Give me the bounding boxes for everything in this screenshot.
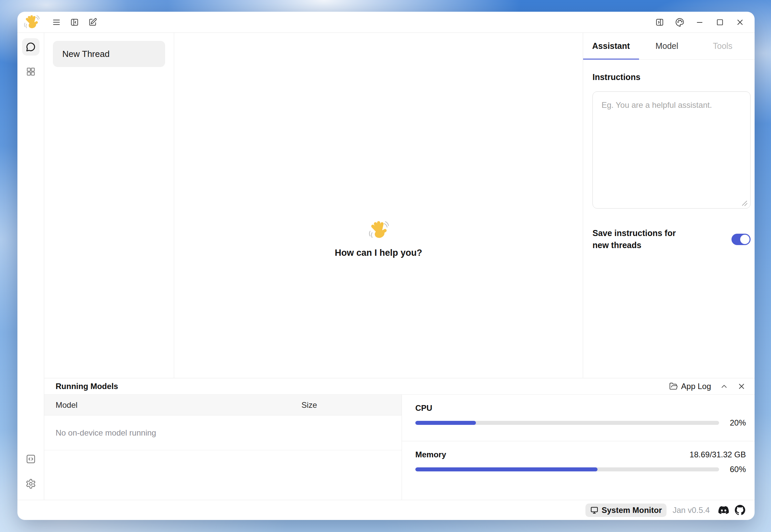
settings-tabs: Assistant Model Tools [583, 33, 755, 60]
greeting-text: How can I help you? [335, 248, 422, 258]
memory-label: Memory [415, 450, 446, 459]
app-window: New Thread How can I help you? Assistant… [17, 12, 755, 520]
monitor-icon [590, 506, 599, 514]
system-monitor-button[interactable]: System Monitor [585, 504, 667, 517]
close-icon [735, 18, 745, 27]
wave-emoji [368, 220, 389, 240]
app-log-label: App Log [681, 382, 711, 391]
chevron-up-icon [720, 382, 728, 391]
instructions-input[interactable] [592, 91, 751, 209]
save-instructions-label: Save instructions for new threads [592, 227, 693, 251]
column-header-model: Model [44, 400, 301, 410]
tab-model[interactable]: Model [639, 33, 695, 59]
close-panel-icon [737, 382, 746, 391]
tab-tools[interactable]: Tools [695, 33, 751, 59]
column-header-size: Size [301, 400, 317, 410]
gear-icon [25, 478, 36, 489]
left-icon-rail [17, 33, 44, 500]
empty-chat-greeting: How can I help you? [335, 220, 422, 258]
system-monitor-panel: Running Models App Log [44, 378, 755, 500]
close-window-button[interactable] [734, 16, 746, 28]
maximize-icon [715, 18, 724, 27]
code-icon [25, 454, 36, 464]
jan-wave-logo-icon [23, 14, 40, 30]
chat-area: How can I help you? [174, 33, 583, 378]
sidebar-item-settings[interactable] [22, 475, 40, 492]
table-header-row: Model Size [44, 395, 402, 415]
cpu-progress-track [415, 421, 719, 425]
palette-icon [675, 18, 684, 27]
discord-icon[interactable] [718, 505, 729, 515]
tab-assistant[interactable]: Assistant [583, 33, 639, 59]
sidebar-item-threads[interactable] [22, 38, 40, 56]
panel-right-close-icon [655, 18, 664, 27]
app-version: Jan v0.5.4 [673, 506, 710, 515]
app-log-button[interactable]: App Log [669, 382, 711, 391]
assistant-settings-panel: Assistant Model Tools Instructions Save … [583, 33, 755, 378]
cpu-percent-value: 20% [724, 418, 746, 428]
status-bar: System Monitor Jan v0.5.4 [17, 500, 755, 520]
titlebar[interactable] [17, 12, 755, 32]
memory-percent-value: 60% [724, 465, 746, 474]
collapse-monitor-button[interactable] [720, 382, 728, 391]
hamburger-menu-icon [52, 18, 61, 27]
folder-open-icon [669, 382, 678, 391]
collapse-left-panel-button[interactable] [68, 16, 80, 28]
system-monitor-label: System Monitor [602, 506, 662, 515]
memory-usage-value: 18.69/31.32 GB [690, 450, 746, 459]
grid-icon [25, 66, 36, 77]
textarea-resize-grip[interactable] [741, 200, 748, 207]
thread-list-item[interactable]: New Thread [53, 41, 165, 67]
minimize-icon [695, 18, 704, 27]
thread-list-panel: New Thread [44, 33, 174, 378]
memory-progress-track [415, 467, 719, 471]
new-thread-button[interactable] [86, 16, 98, 28]
panel-left-close-icon [70, 18, 79, 27]
memory-progress-fill [415, 467, 598, 471]
close-monitor-button[interactable] [737, 382, 746, 391]
main-menu-button[interactable] [50, 16, 62, 28]
cpu-stat: CPU 20% [402, 395, 755, 441]
thread-title: New Thread [62, 49, 110, 59]
sidebar-item-hub[interactable] [22, 63, 40, 80]
theme-button[interactable] [674, 16, 686, 28]
running-models-title: Running Models [56, 382, 118, 391]
github-icon[interactable] [735, 505, 745, 515]
save-instructions-toggle[interactable] [731, 234, 751, 245]
resource-stats: CPU 20% Memory [402, 395, 755, 500]
cpu-label: CPU [415, 403, 432, 413]
minimize-button[interactable] [694, 16, 706, 28]
sidebar-item-local-api-server[interactable] [22, 450, 40, 468]
cpu-progress-fill [415, 421, 476, 425]
memory-stat: Memory 18.69/31.32 GB 60% [402, 441, 755, 474]
running-models-table: Model Size No on-device model running [44, 395, 402, 500]
maximize-button[interactable] [714, 16, 726, 28]
collapse-right-panel-button[interactable] [653, 16, 665, 28]
toggle-knob [740, 235, 750, 244]
edit-pencil-icon [88, 18, 97, 27]
instructions-heading: Instructions [592, 72, 751, 82]
chat-bubble-icon [25, 42, 36, 52]
table-empty-state: No on-device model running [44, 415, 402, 450]
